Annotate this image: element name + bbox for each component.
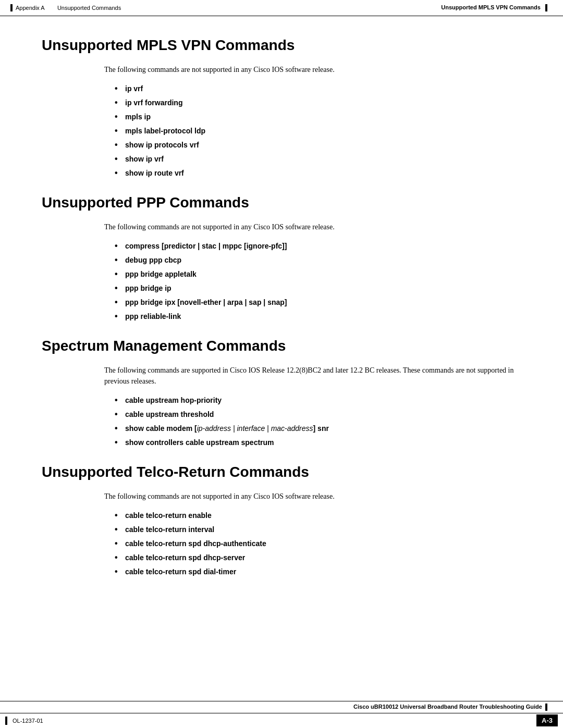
list-item: ppp bridge ipx [novell-ether | arpa | sa… xyxy=(115,297,521,308)
section-heading-telco: Unsupported Telco-Return Commands xyxy=(42,464,521,480)
telco-bullet-list: cable telco-return enable cable telco-re… xyxy=(115,510,521,577)
header-right: Unsupported MPLS VPN Commands xyxy=(441,4,547,11)
list-item: compress [predictor | stac | mppc [ignor… xyxy=(115,241,521,252)
list-item: ip vrf forwarding xyxy=(115,97,521,108)
header-right-bar-icon xyxy=(545,4,547,11)
section-heading-ppp: Unsupported PPP Commands xyxy=(42,194,521,211)
list-item: ppp bridge ip xyxy=(115,283,521,294)
list-item: ppp reliable-link xyxy=(115,311,521,322)
italic-text: ip-address | interface | mac-address xyxy=(197,424,313,433)
mpls-bullet-list: ip vrf ip vrf forwarding mpls ip mpls la… xyxy=(115,83,521,179)
header-left-bar-icon xyxy=(10,4,13,11)
list-item: cable telco-return spd dhcp-authenticate xyxy=(115,538,521,549)
list-item: mpls ip xyxy=(115,112,521,122)
bottom-footer: Cisco uBR10012 Universal Broadband Route… xyxy=(0,701,563,728)
footer-guide-title-row: Cisco uBR10012 Universal Broadband Route… xyxy=(0,701,563,713)
footer-title-bar-icon xyxy=(545,704,547,711)
list-item: cable upstream threshold xyxy=(115,409,521,420)
mpls-intro: The following commands are not supported… xyxy=(104,64,521,75)
section-heading-spectrum: Spectrum Management Commands xyxy=(42,338,521,354)
appendix-label: Appendix A xyxy=(16,5,45,11)
list-item: cable telco-return interval xyxy=(115,524,521,535)
section-heading-mpls: Unsupported MPLS VPN Commands xyxy=(42,37,521,54)
list-item: ip vrf xyxy=(115,83,521,94)
footer-left-bar-icon xyxy=(5,717,7,725)
list-item: cable upstream hop-priority xyxy=(115,395,521,406)
list-item: show cable modem [ip-address | interface… xyxy=(115,423,521,434)
ppp-bullet-list: compress [predictor | stac | mppc [ignor… xyxy=(115,241,521,322)
list-item: ppp bridge appletalk xyxy=(115,269,521,280)
footer-page-number: A-3 xyxy=(536,714,558,726)
header-right-label: Unsupported MPLS VPN Commands xyxy=(441,4,541,10)
list-item: debug ppp cbcp xyxy=(115,255,521,266)
list-item: cable telco-return spd dhcp-server xyxy=(115,552,521,563)
footer-bottom-row: OL-1237-01 A-3 xyxy=(0,713,563,728)
list-item: show ip protocols vrf xyxy=(115,140,521,151)
appendix-section: Unsupported Commands xyxy=(57,5,121,11)
main-content: Unsupported MPLS VPN Commands The follow… xyxy=(0,16,563,619)
footer-bottom-left: OL-1237-01 xyxy=(0,717,43,725)
list-item: mpls label-protocol ldp xyxy=(115,126,521,137)
top-header: Appendix A Unsupported Commands Unsuppor… xyxy=(0,0,563,16)
spectrum-bullet-list: cable upstream hop-priority cable upstre… xyxy=(115,395,521,448)
footer-page-num-container: A-3 xyxy=(536,717,563,725)
footer-guide-title: Cisco uBR10012 Universal Broadband Route… xyxy=(353,704,542,711)
telco-intro: The following commands are not supported… xyxy=(104,491,521,502)
header-left: Appendix A Unsupported Commands xyxy=(10,4,121,11)
page-container: Appendix A Unsupported Commands Unsuppor… xyxy=(0,0,563,728)
list-item: show controllers cable upstream spectrum xyxy=(115,437,521,448)
spectrum-intro: The following commands are supported in … xyxy=(104,365,521,387)
footer-doc-number: OL-1237-01 xyxy=(9,718,43,724)
ppp-intro: The following commands are not supported… xyxy=(104,221,521,232)
list-item: show ip route vrf xyxy=(115,168,521,179)
list-item: cable telco-return spd dial-timer xyxy=(115,566,521,577)
list-item: cable telco-return enable xyxy=(115,510,521,521)
list-item: show ip vrf xyxy=(115,154,521,165)
